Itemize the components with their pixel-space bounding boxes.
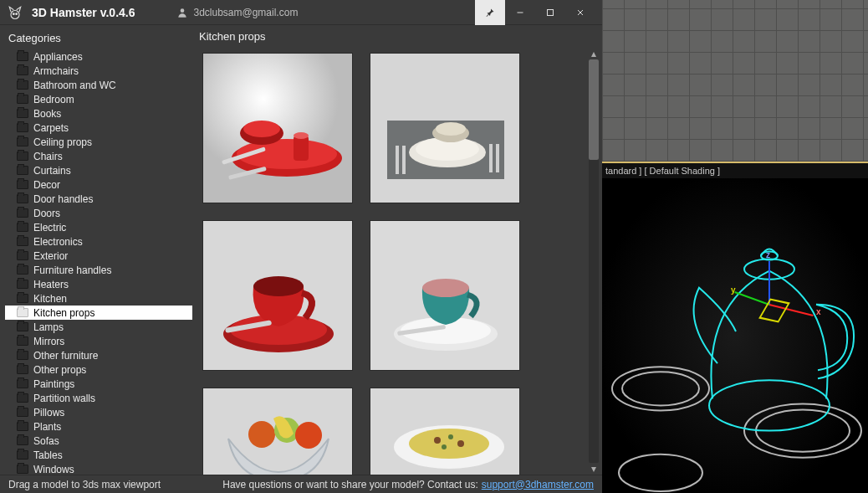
category-item[interactable]: Bedroom bbox=[5, 92, 192, 106]
category-item[interactable]: Tables bbox=[5, 448, 192, 462]
viewport-shading-label[interactable]: tandard ] [ Default Shading ] bbox=[602, 163, 868, 178]
category-item[interactable]: Heaters bbox=[5, 277, 192, 291]
category-item[interactable]: Exterior bbox=[5, 249, 192, 263]
svg-point-43 bbox=[448, 434, 453, 439]
category-item[interactable]: Appliances bbox=[5, 49, 192, 64]
user-icon bbox=[176, 7, 188, 18]
svg-rect-24 bbox=[496, 144, 499, 172]
category-label: Exterior bbox=[33, 250, 68, 262]
category-label: Armchairs bbox=[33, 65, 79, 77]
folder-icon bbox=[17, 95, 28, 104]
folder-icon bbox=[17, 251, 28, 260]
svg-rect-5 bbox=[548, 9, 554, 15]
category-label: Pillows bbox=[33, 407, 64, 419]
category-item[interactable]: Electronics bbox=[5, 234, 192, 249]
svg-rect-22 bbox=[402, 146, 406, 174]
folder-icon bbox=[17, 294, 28, 303]
model-thumbnail[interactable] bbox=[202, 220, 353, 371]
grid-scrollbar[interactable]: ▴ ▾ bbox=[587, 48, 600, 475]
folder-icon bbox=[17, 208, 28, 218]
category-label: Chairs bbox=[33, 151, 63, 162]
category-item[interactable]: Lamps bbox=[5, 320, 192, 334]
svg-point-33 bbox=[422, 279, 469, 297]
category-item[interactable]: Pillows bbox=[5, 405, 192, 419]
user-account[interactable]: 3dclubsam@gmail.com bbox=[176, 7, 298, 18]
category-item[interactable]: Armchairs bbox=[5, 64, 192, 78]
main-panel: Kitchen props bbox=[192, 25, 602, 475]
app-title: 3D Hamster v.0.4.6 bbox=[32, 6, 135, 19]
category-item[interactable]: Mirrors bbox=[5, 334, 192, 348]
category-item[interactable]: Kitchen props bbox=[5, 306, 192, 320]
category-label: Paintings bbox=[33, 378, 74, 390]
folder-icon bbox=[17, 379, 28, 388]
scroll-thumb[interactable] bbox=[589, 59, 599, 160]
category-item[interactable]: Doors bbox=[5, 206, 192, 220]
category-item[interactable]: Door handles bbox=[5, 192, 192, 206]
category-item[interactable]: Paintings bbox=[5, 377, 192, 391]
category-label: Doors bbox=[33, 208, 60, 219]
category-label: Electric bbox=[33, 222, 66, 234]
categories-list[interactable]: AppliancesArmchairsBathroom and WCBedroo… bbox=[5, 49, 192, 475]
maximize-button[interactable] bbox=[535, 0, 565, 25]
category-label: Appliances bbox=[33, 51, 83, 63]
minimize-button[interactable] bbox=[505, 0, 535, 25]
model-thumbnail[interactable] bbox=[370, 220, 520, 371]
category-item[interactable]: Kitchen bbox=[5, 291, 192, 306]
category-item[interactable]: Electric bbox=[5, 220, 192, 234]
folder-icon bbox=[17, 265, 28, 275]
categories-sidebar: Categories AppliancesArmchairsBathroom a… bbox=[0, 25, 192, 475]
svg-rect-23 bbox=[489, 144, 493, 172]
transform-gizmo[interactable]: z y x bbox=[769, 304, 770, 305]
category-item[interactable]: Curtains bbox=[5, 163, 192, 177]
category-item[interactable]: Windows bbox=[5, 462, 192, 475]
svg-rect-11 bbox=[294, 136, 309, 161]
app-logo-icon bbox=[7, 4, 23, 21]
model-thumbnail[interactable] bbox=[370, 388, 520, 475]
folder-icon bbox=[17, 80, 28, 90]
model-thumbnail[interactable] bbox=[202, 388, 353, 475]
category-label: Heaters bbox=[33, 279, 69, 290]
category-label: Carpets bbox=[33, 122, 69, 134]
model-thumbnail[interactable] bbox=[202, 53, 353, 203]
category-item[interactable]: Partition walls bbox=[5, 391, 192, 405]
category-label: Lamps bbox=[33, 321, 64, 333]
user-email: 3dclubsam@gmail.com bbox=[193, 7, 298, 18]
folder-icon bbox=[17, 52, 28, 61]
category-item[interactable]: Sofas bbox=[5, 434, 192, 448]
categories-heading: Categories bbox=[5, 30, 192, 49]
svg-point-28 bbox=[253, 276, 304, 296]
model-thumbnail[interactable] bbox=[370, 53, 520, 203]
category-label: Sofas bbox=[33, 435, 59, 447]
category-item[interactable]: Furniture handles bbox=[5, 263, 192, 277]
folder-icon bbox=[17, 66, 28, 75]
category-item[interactable]: Ceiling props bbox=[5, 135, 192, 149]
category-label: Other furniture bbox=[33, 350, 98, 362]
scroll-up-icon[interactable]: ▴ bbox=[587, 48, 600, 59]
category-item[interactable]: Other furniture bbox=[5, 348, 192, 362]
svg-point-2 bbox=[16, 13, 18, 14]
folder-icon bbox=[17, 109, 28, 118]
category-item[interactable]: Bathroom and WC bbox=[5, 78, 192, 92]
pin-button[interactable] bbox=[475, 0, 505, 25]
category-label: Kitchen bbox=[33, 293, 67, 305]
svg-point-3 bbox=[181, 8, 185, 13]
host-perspective-viewport[interactable]: z y x bbox=[602, 178, 868, 493]
category-item[interactable]: Chairs bbox=[5, 149, 192, 163]
support-link[interactable]: support@3dhamster.com bbox=[482, 479, 594, 490]
category-item[interactable]: Carpets bbox=[5, 121, 192, 135]
svg-point-44 bbox=[457, 440, 464, 447]
axis-label-x: x bbox=[816, 307, 821, 316]
host-grid-viewport[interactable] bbox=[602, 0, 868, 163]
window-controls bbox=[475, 0, 595, 25]
scroll-down-icon[interactable]: ▾ bbox=[587, 463, 600, 475]
thumbnail-grid bbox=[192, 48, 587, 475]
folder-icon bbox=[17, 223, 28, 232]
category-item[interactable]: Plants bbox=[5, 419, 192, 434]
category-label: Other props bbox=[33, 364, 86, 376]
svg-point-36 bbox=[248, 421, 275, 448]
category-item[interactable]: Other props bbox=[5, 362, 192, 377]
category-item[interactable]: Books bbox=[5, 106, 192, 121]
category-item[interactable]: Decor bbox=[5, 177, 192, 192]
folder-icon bbox=[17, 151, 28, 161]
close-button[interactable] bbox=[565, 0, 595, 25]
